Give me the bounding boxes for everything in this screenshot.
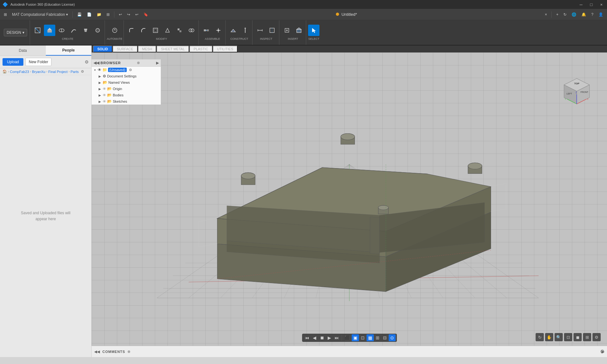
select-button[interactable]: [308, 25, 319, 36]
minimize-button[interactable]: ─: [578, 2, 584, 8]
prev-frame-button[interactable]: ◀: [311, 334, 318, 341]
last-frame-button[interactable]: ⏭: [333, 334, 341, 341]
tab-people[interactable]: People: [46, 46, 92, 56]
svg-text:FRONT: FRONT: [580, 91, 588, 93]
redo-button[interactable]: ↪: [125, 11, 132, 18]
notification-button[interactable]: 🔔: [580, 11, 588, 18]
view-mode2-button[interactable]: ▣: [352, 334, 359, 341]
tree-doc-settings[interactable]: ▶ ⚙ Document Settings: [92, 73, 161, 79]
new-folder-button[interactable]: New Folder: [25, 58, 52, 66]
save-button[interactable]: 💾: [75, 11, 84, 18]
refresh-button[interactable]: ↻: [561, 11, 568, 18]
view-mode6-button[interactable]: ⊟: [381, 334, 388, 341]
first-frame-button[interactable]: ⏮: [303, 334, 311, 341]
close-doc-button[interactable]: ×: [543, 11, 549, 18]
chamfer-button[interactable]: [138, 25, 149, 36]
shell-button[interactable]: [150, 25, 161, 36]
section-analysis-button[interactable]: [266, 25, 278, 36]
pan-button[interactable]: ✋: [545, 333, 553, 341]
combine-button[interactable]: [186, 25, 197, 36]
extrude-button[interactable]: [44, 25, 55, 36]
stop-button[interactable]: ⏹: [318, 334, 326, 341]
view-mode4-button[interactable]: ▦: [367, 334, 374, 341]
joint-button[interactable]: [201, 25, 212, 36]
sweep-button[interactable]: [68, 25, 79, 36]
breadcrumb-compfab[interactable]: CompFab23: [10, 70, 29, 74]
mode-solid[interactable]: SOLID: [93, 46, 112, 52]
comments-expand-icon[interactable]: ◀◀: [94, 349, 100, 354]
app-name-button[interactable]: MAT Computational Fabrication ▾: [10, 11, 70, 18]
globe-button[interactable]: 🌐: [570, 11, 578, 18]
close-button[interactable]: ×: [598, 2, 604, 8]
upload-button[interactable]: Upload: [3, 58, 23, 66]
sidebar-settings-button[interactable]: ⚙: [85, 59, 89, 64]
undo-button[interactable]: ↩: [117, 11, 124, 18]
create-icons: [32, 25, 103, 36]
breadcrumb-settings-button[interactable]: ⚙: [81, 70, 84, 74]
browser-dot[interactable]: [137, 62, 140, 64]
tree-sketches[interactable]: ▶ 👁 📂 Sketches: [92, 98, 161, 105]
plane-button[interactable]: [228, 25, 239, 36]
sketch-button[interactable]: [32, 25, 43, 36]
move-button[interactable]: [213, 25, 224, 36]
mode-mesh[interactable]: MESH: [138, 46, 157, 52]
undo2-button[interactable]: ↩: [133, 11, 140, 18]
help-button[interactable]: ?: [589, 11, 595, 18]
tree-root[interactable]: ▾ 👁 📁 (Unsaved) ⚙: [92, 67, 161, 73]
view-mode1-button[interactable]: ⬛: [343, 334, 351, 341]
tab-data[interactable]: Data: [0, 46, 46, 56]
display-button[interactable]: ◼: [574, 333, 582, 341]
root-settings-icon[interactable]: ⚙: [129, 68, 132, 72]
mode-sheet-metal[interactable]: SHEET METAL: [156, 46, 189, 52]
view-mode7-button[interactable]: ⊙: [389, 334, 396, 341]
viewport[interactable]: TOP LEFT FRONT X Y Z ◀◀ BROWSER: [92, 52, 607, 357]
mode-surface[interactable]: SURFACE: [112, 46, 138, 52]
scale-button[interactable]: [174, 25, 185, 36]
zoom-button[interactable]: 🔍: [555, 333, 563, 341]
bottom-settings-icon[interactable]: ⚙: [600, 349, 604, 355]
sidebar-tabs: Data People: [0, 46, 91, 56]
orbit-button[interactable]: ↻: [536, 333, 544, 341]
sidebar-actions: Upload New Folder ⚙: [0, 56, 91, 68]
insert-svg-button[interactable]: [281, 25, 293, 36]
fillet-button[interactable]: [126, 25, 137, 36]
loft-button[interactable]: [80, 25, 91, 36]
insert-canvas-button[interactable]: [293, 25, 305, 36]
fit-button[interactable]: ⊡: [564, 333, 572, 341]
view-mode3-button[interactable]: ⊡: [359, 334, 366, 341]
breadcrumb-finalproject[interactable]: Final Project: [48, 70, 68, 74]
toolbar: DESIGN ▾ CREATE: [0, 20, 607, 46]
tree-named-views[interactable]: ▶ 📂 Named Views: [92, 79, 161, 86]
comments-dot[interactable]: [128, 350, 130, 353]
grid-apps-button[interactable]: ⊞: [2, 11, 9, 18]
maximize-button[interactable]: □: [588, 2, 595, 8]
bookmark-button[interactable]: 🔖: [142, 11, 150, 18]
browser-expand-icon[interactable]: ▶: [156, 61, 159, 65]
mode-utilities[interactable]: UTILITIES: [213, 46, 238, 52]
tree-bodies[interactable]: ▶ 👁 📂 Bodies: [92, 92, 161, 98]
add-button[interactable]: +: [554, 11, 560, 18]
play-button[interactable]: ▶: [326, 334, 333, 341]
breadcrumb-home[interactable]: 🏠: [3, 70, 7, 74]
settings-view-button[interactable]: ⚙: [592, 333, 601, 341]
design-mode-dropdown[interactable]: DESIGN ▾: [4, 29, 27, 36]
collapse-browser-icon[interactable]: ◀◀: [94, 61, 99, 65]
view-mode5-button[interactable]: ⊞: [374, 334, 381, 341]
mode-plastic[interactable]: PLASTIC: [189, 46, 213, 52]
measure-button[interactable]: [254, 25, 266, 36]
breadcrumb-sep1: ›: [8, 70, 9, 73]
open-button[interactable]: 📁: [95, 11, 103, 18]
tree-origin[interactable]: ▶ 👁 📂 Origin: [92, 86, 161, 92]
axis-button[interactable]: [240, 25, 251, 36]
profile-button[interactable]: 👤: [597, 11, 605, 18]
hole-button[interactable]: [92, 25, 103, 36]
automate-btn1[interactable]: [109, 25, 120, 36]
new-design-button[interactable]: 📄: [85, 11, 94, 18]
automate-label: AUTOMATE: [107, 37, 122, 40]
revolve-button[interactable]: [56, 25, 67, 36]
insert-icons: [281, 25, 305, 36]
draft-button[interactable]: [162, 25, 173, 36]
grid-view-button[interactable]: ⊞: [105, 11, 112, 18]
breadcrumb-bryanxu[interactable]: BryanXu: [32, 70, 45, 74]
grid-display-button[interactable]: ⊞: [583, 333, 591, 341]
